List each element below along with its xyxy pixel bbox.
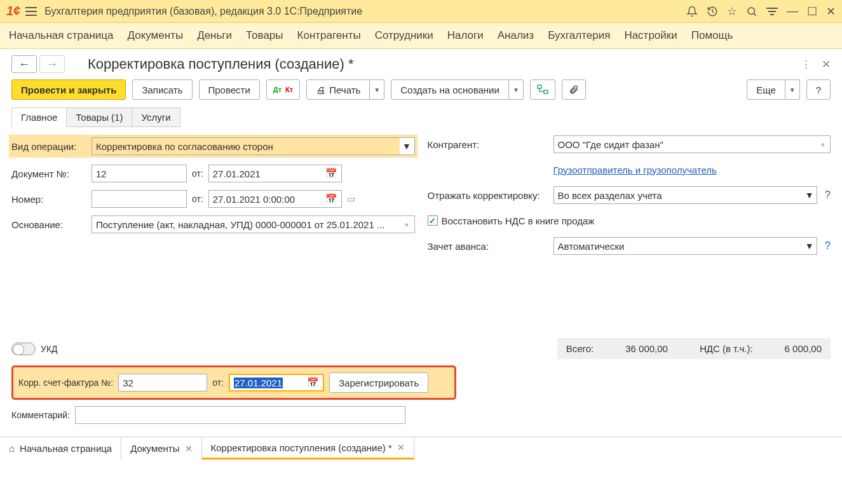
maximize-icon[interactable]: ☐ [807,4,817,18]
comment-field[interactable] [75,406,405,424]
bottom-tab-documents[interactable]: Документы ✕ [121,437,201,460]
shipper-link[interactable]: Грузоотправитель и грузополучатель [553,165,717,175]
close-icon[interactable]: ✕ [185,444,193,454]
menu-taxes[interactable]: Налоги [447,29,484,42]
menu-documents[interactable]: Документы [128,29,184,42]
menu-employees[interactable]: Сотрудники [375,29,433,42]
star-icon[interactable]: ☆ [727,4,737,18]
menu-home[interactable]: Начальная страница [9,29,114,42]
basis-field[interactable]: Поступление (акт, накладная, УПД) 0000-0… [92,215,400,233]
page-menu-icon[interactable]: ⋮ [801,58,811,71]
number-date-field[interactable]: 27.01.2021 0:00:00📅 [208,190,342,208]
printer-icon: 🖨 [316,85,325,95]
menu-goods[interactable]: Товары [246,29,283,42]
restore-vat-checkbox[interactable]: ✓ Восстановить НДС в книге продаж [428,215,595,226]
print-dropdown[interactable]: ▼ [370,79,384,100]
op-type-label: Вид операции: [11,141,86,152]
register-button[interactable]: Зарегистрировать [329,372,428,393]
app-title: Бухгалтерия предприятия (базовая), редак… [44,6,686,17]
menu-contractors[interactable]: Контрагенты [297,29,361,42]
help-button[interactable]: ? [806,79,831,100]
invoice-label: Корр. счет-фактура №: [18,378,113,388]
tab-services[interactable]: Услуги [132,107,180,127]
calendar-icon[interactable]: 📅 [325,168,337,179]
svg-rect-9 [544,90,548,93]
totals-box: Всего: 36 000,00 НДС (в т.ч.): 6 000,00 [557,338,831,359]
from-label-1: от: [192,168,203,179]
post-and-close-button[interactable]: Провести и закрыть [11,79,126,100]
help-icon[interactable]: ? [825,189,831,201]
menu-money[interactable]: Деньги [197,29,232,42]
advance-field[interactable]: Автоматически [553,237,803,255]
search-icon[interactable] [746,6,757,17]
hamburger-icon[interactable] [25,7,37,16]
calendar-icon[interactable]: 📅 [307,377,319,388]
reflect-dropdown-icon[interactable]: ▼ [802,186,817,204]
total-label: Всего: [566,343,594,354]
vat-value: 6 000,00 [785,343,822,354]
invoice-section: Корр. счет-фактура №: 32 от: 27.01.2021📅… [11,365,456,400]
more-button[interactable]: Еще [747,79,785,100]
nav-forward-button[interactable]: → [39,55,65,73]
menu-analysis[interactable]: Анализ [498,29,534,42]
doc-no-label: Документ №: [11,168,86,179]
settings-icon[interactable] [766,7,778,16]
basis-label: Основание: [11,219,86,230]
reflect-field[interactable]: Во всех разделах учета [553,186,803,204]
more-dropdown[interactable]: ▼ [785,79,800,100]
nav-back-button[interactable]: ← [11,55,37,73]
titlebar: 1¢ Бухгалтерия предприятия (базовая), ре… [0,0,842,23]
home-icon: ⌂ [9,443,15,454]
contractor-label: Контрагент: [428,139,548,150]
structure-icon-button[interactable] [530,79,555,100]
bell-icon[interactable] [686,6,698,17]
contractor-open-icon[interactable]: ▫ [815,135,831,153]
create-based-button[interactable]: Создать на основании [391,79,509,100]
invoice-number-field[interactable]: 32 [118,374,207,392]
invoice-date-field[interactable]: 27.01.2021📅 [229,374,324,392]
tab-goods[interactable]: Товары (1) [66,107,132,127]
checkbox-icon: ✓ [428,215,438,226]
doc-date-field[interactable]: 27.01.2021📅 [208,165,342,182]
comment-label: Комментарий: [11,410,70,420]
svg-line-4 [754,13,756,16]
total-value: 36 000,00 [625,343,668,354]
print-button[interactable]: 🖨Печать [306,79,370,100]
calendar-icon[interactable]: 📅 [325,193,337,205]
main-menu: Начальная страница Документы Деньги Това… [0,23,842,49]
close-icon[interactable]: ✕ [826,4,836,18]
help-icon[interactable]: ? [825,240,831,252]
op-type-field[interactable]: Корректировка по согласованию сторон [92,137,400,155]
post-button[interactable]: Провести [199,79,260,100]
invoice-from-label: от: [212,378,224,388]
bottom-tab-current[interactable]: Корректировка поступления (создание) * ✕ [202,437,414,460]
create-based-dropdown[interactable]: ▼ [509,79,524,100]
basis-open-icon[interactable]: ▫ [400,215,415,233]
ukd-label: УКД [41,344,58,354]
number-field[interactable] [92,190,187,208]
contractor-field[interactable]: ООО "Где сидит фазан" [553,135,816,153]
menu-accounting[interactable]: Бухгалтерия [548,29,610,42]
page-title: Корректировка поступления (создание) * [88,56,801,72]
attachment-icon-button[interactable] [562,79,586,100]
dt-kt-icon-button[interactable]: ДтКт [266,79,300,100]
doc-small-icon[interactable]: ▭ [347,194,355,204]
advance-label: Зачет аванса: [428,241,548,252]
number-label: Номер: [11,194,86,205]
save-button[interactable]: Записать [132,79,192,100]
ukd-toggle[interactable] [11,343,36,355]
vat-label: НДС (в т.ч.): [700,343,753,354]
close-icon[interactable]: ✕ [397,442,405,453]
tab-main[interactable]: Главное [11,107,67,127]
from-label-2: от: [192,194,203,204]
history-icon[interactable] [707,6,718,17]
page-close-icon[interactable]: ✕ [822,58,831,71]
op-type-dropdown-icon[interactable]: ▼ [400,137,415,155]
advance-dropdown-icon[interactable]: ▼ [802,237,817,255]
minimize-icon[interactable]: — [787,4,798,18]
menu-settings[interactable]: Настройки [624,29,677,42]
menu-help[interactable]: Помощь [691,29,733,42]
bottom-tab-home[interactable]: ⌂ Начальная страница [0,437,121,460]
doc-no-field[interactable]: 12 [92,165,187,182]
svg-point-3 [748,8,755,15]
